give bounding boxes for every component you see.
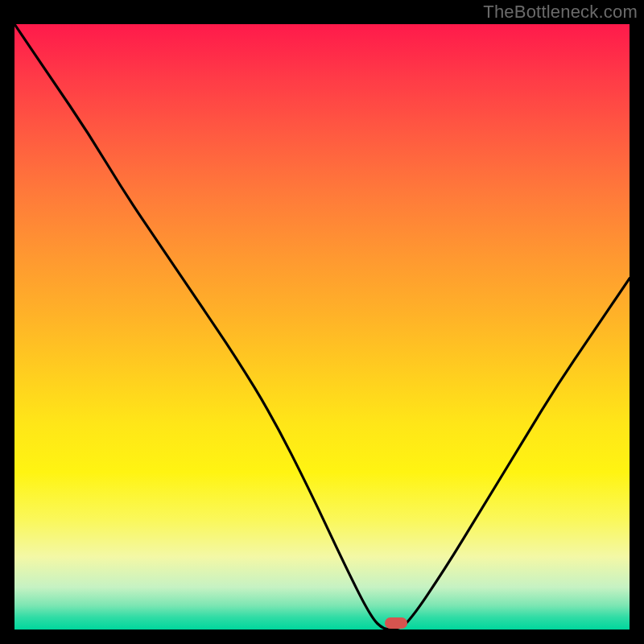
plot-area: [14, 24, 630, 630]
curve-svg: [14, 24, 630, 630]
optimal-point-marker: [385, 617, 407, 629]
watermark-label: TheBottleneck.com: [483, 2, 638, 23]
bottleneck-curve-path: [14, 24, 630, 630]
chart-frame: TheBottleneck.com: [0, 0, 644, 644]
